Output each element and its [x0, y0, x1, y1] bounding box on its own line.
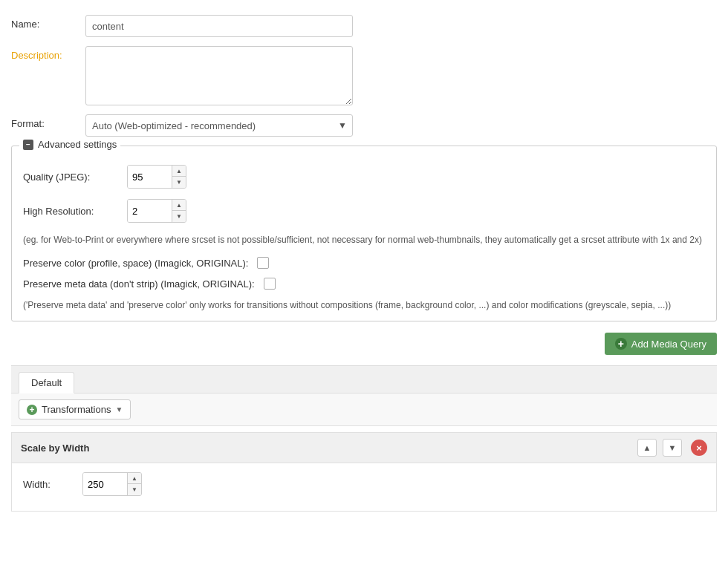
transformations-button[interactable]: + Transformations ▼: [19, 399, 131, 419]
width-down-button[interactable]: ▼: [128, 484, 141, 495]
description-row: Description:: [11, 46, 717, 105]
width-label: Width:: [23, 479, 82, 490]
quality-spinner: ▲ ▼: [127, 165, 186, 189]
high-res-down-button[interactable]: ▼: [172, 211, 186, 222]
width-spinner-buttons: ▲ ▼: [128, 473, 141, 495]
quality-spinner-buttons: ▲ ▼: [172, 166, 186, 188]
format-row: Format: Auto (Web-optimized - recommende…: [11, 114, 717, 137]
high-res-spinner: ▲ ▼: [127, 199, 186, 223]
page-wrapper: Name: Description: Format: Auto (Web-opt…: [0, 0, 728, 565]
width-input[interactable]: [83, 473, 128, 495]
high-res-input[interactable]: [128, 200, 172, 222]
width-row: Width: ▲ ▼: [23, 472, 705, 496]
quality-row: Quality (JPEG): ▲ ▼: [23, 165, 705, 189]
width-spinner: ▲ ▼: [82, 472, 142, 496]
preserve-color-checkbox[interactable]: [257, 257, 269, 269]
transformations-bar: + Transformations ▼: [11, 393, 717, 426]
add-icon: +: [615, 338, 627, 350]
high-res-spinner-buttons: ▲ ▼: [172, 200, 186, 222]
high-res-label: High Resolution:: [23, 206, 127, 217]
scale-header: Scale by Width ▲ ▼ ×: [12, 433, 716, 463]
description-input[interactable]: [85, 46, 353, 105]
preserve-meta-row: Preserve meta data (don't strip) (Imagic…: [23, 278, 705, 290]
scale-up-button[interactable]: ▲: [637, 439, 657, 457]
add-media-query-label: Add Media Query: [631, 339, 706, 350]
advanced-fieldset: − Advanced settings Quality (JPEG): ▲ ▼ …: [11, 146, 717, 321]
format-select-wrapper: Auto (Web-optimized - recommended) JPEG …: [85, 114, 353, 137]
quality-down-button[interactable]: ▼: [172, 177, 186, 188]
advanced-legend-text: Advanced settings: [38, 139, 117, 150]
high-res-up-button[interactable]: ▲: [172, 200, 186, 211]
preserve-color-row: Preserve color (profile, space) (Imagick…: [23, 257, 705, 269]
quality-label: Quality (JPEG):: [23, 172, 127, 183]
name-input[interactable]: [85, 15, 353, 37]
description-label: Description:: [11, 46, 85, 61]
preserve-meta-checkbox[interactable]: [264, 278, 276, 290]
scale-title: Scale by Width: [21, 442, 631, 454]
format-label: Format:: [11, 114, 85, 129]
transformations-plus-icon: +: [27, 405, 37, 415]
name-row: Name:: [11, 15, 717, 37]
name-label: Name:: [11, 15, 85, 30]
note-text: ('Preserve meta data' and 'preserve colo…: [23, 298, 705, 312]
format-select[interactable]: Auto (Web-optimized - recommended) JPEG …: [85, 114, 353, 137]
hint-text: (eg. for Web-to-Print or everywhere wher…: [23, 233, 705, 246]
scale-close-button[interactable]: ×: [691, 440, 707, 456]
scale-body: Width: ▲ ▼: [12, 463, 716, 511]
preserve-meta-label: Preserve meta data (don't strip) (Imagic…: [23, 278, 255, 290]
scale-section: Scale by Width ▲ ▼ × Width: ▲ ▼: [11, 432, 717, 512]
chevron-down-icon: ▼: [115, 405, 123, 414]
width-up-button[interactable]: ▲: [128, 473, 141, 484]
high-res-row: High Resolution: ▲ ▼: [23, 199, 705, 223]
tabs-bar: Default: [11, 365, 717, 393]
quality-input[interactable]: [128, 166, 172, 188]
scale-down-button[interactable]: ▼: [663, 439, 682, 457]
add-media-query-button[interactable]: + Add Media Query: [605, 333, 717, 355]
advanced-legend: − Advanced settings: [19, 139, 120, 150]
preserve-color-label: Preserve color (profile, space) (Imagick…: [23, 258, 248, 269]
transformations-label: Transformations: [42, 404, 111, 415]
tab-default[interactable]: Default: [19, 372, 74, 393]
quality-up-button[interactable]: ▲: [172, 166, 186, 177]
collapse-icon[interactable]: −: [23, 140, 33, 150]
actions-bar: + Add Media Query: [11, 333, 717, 355]
